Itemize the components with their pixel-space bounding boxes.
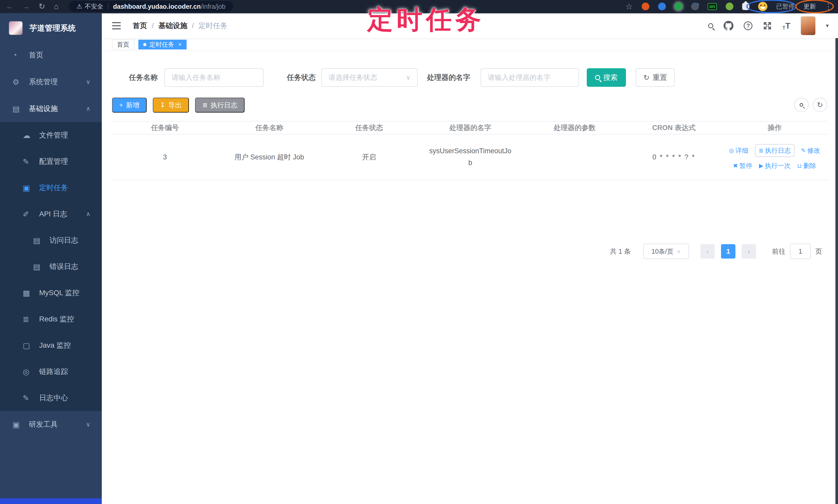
not-secure-label: 不安全: [85, 2, 103, 11]
close-icon[interactable]: ×: [178, 41, 182, 48]
toggle-search-button[interactable]: [794, 97, 809, 112]
app-logo[interactable]: 芋道管理系统: [0, 13, 102, 42]
sidebar-item-label: 首页: [29, 50, 43, 60]
sidebar-item-api-logs[interactable]: ✐ API 日志 ∧: [0, 201, 102, 227]
breadcrumb-section[interactable]: 基础设施: [158, 21, 187, 31]
help-icon[interactable]: ?: [744, 21, 752, 30]
gear-icon: ⚙: [12, 77, 24, 87]
edit-link[interactable]: ✎ 修改: [801, 146, 820, 155]
job-name-label: 任务名称: [129, 73, 158, 83]
page-content: 任务名称 任务状态 请选择任务状态 ∨ 处理器的名字 搜索: [102, 51, 838, 504]
active-tab-dot: [143, 43, 146, 46]
row-exec-log-link[interactable]: ≣ 执行日志: [755, 144, 794, 157]
cell-job-status: 开启: [321, 134, 417, 180]
search-button[interactable]: 搜索: [587, 68, 626, 87]
sidebar-item-label: 基础设施: [29, 104, 58, 113]
extension-orange-icon[interactable]: [642, 3, 649, 10]
pause-link-label: 暂停: [739, 161, 752, 170]
current-page-button[interactable]: 1: [721, 244, 735, 258]
sidebar-item-file-management[interactable]: ☁ 文件管理: [0, 122, 102, 148]
page-scrollbar[interactable]: [835, 13, 838, 504]
user-caret-down-icon[interactable]: ▾: [826, 22, 829, 29]
tab-label: 定时任务: [150, 40, 174, 49]
sidebar-item-label: Redis 监控: [39, 314, 74, 324]
extension-green-check-icon[interactable]: [675, 3, 682, 10]
export-button[interactable]: ↧ 导出: [153, 97, 189, 112]
page-size-value: 10条/页: [651, 247, 673, 256]
browser-menu-kebab-icon[interactable]: ⋮: [825, 3, 832, 10]
sidebar-item-system-management[interactable]: ⚙ 系统管理 ∨: [0, 69, 102, 95]
tab-home[interactable]: 首页: [112, 40, 134, 50]
extension-grid-icon[interactable]: [691, 3, 699, 10]
run-once-link[interactable]: ▶ 执行一次: [759, 161, 790, 170]
edit-icon: ✎: [23, 394, 35, 402]
job-name-input[interactable]: [164, 68, 264, 87]
reset-button[interactable]: ↻ 重置: [636, 68, 675, 87]
delete-link[interactable]: ⊔ 删除: [797, 161, 816, 170]
export-button-label: 导出: [168, 101, 182, 110]
sidebar-item-home[interactable]: ◔ 首页: [0, 42, 102, 69]
exec-log-button[interactable]: ≣ 执行日志: [195, 97, 245, 112]
sidebar-item-mysql-monitor[interactable]: ▦ MySQL 监控: [0, 280, 102, 306]
prev-page-button[interactable]: ‹: [700, 244, 715, 258]
handler-name-input[interactable]: [481, 68, 579, 87]
extension-leaf-icon[interactable]: [726, 3, 733, 10]
sidebar-item-scheduled-jobs[interactable]: ▣ 定时任务: [0, 175, 102, 201]
browser-back-icon[interactable]: ←: [6, 3, 13, 10]
breadcrumb-home[interactable]: 首页: [133, 21, 147, 31]
extension-blue-icon[interactable]: [658, 3, 666, 10]
browser-home-icon[interactable]: ⌂: [54, 3, 58, 10]
browser-update-button[interactable]: 更新: [803, 2, 816, 11]
font-size-icon[interactable]: TT: [782, 21, 790, 31]
search-icon: [800, 103, 803, 107]
goto-page-input[interactable]: [790, 244, 811, 259]
browser-reload-icon[interactable]: ↻: [39, 3, 45, 10]
tab-scheduled-jobs[interactable]: 定时任务 ×: [138, 40, 187, 50]
document-icon: ▤: [33, 262, 45, 271]
sidebar-item-access-logs[interactable]: ▤ 访问日志: [0, 227, 102, 253]
col-header-status: 任务状态: [321, 122, 417, 134]
hamburger-icon[interactable]: [112, 22, 121, 29]
bookmark-star-icon[interactable]: ☆: [625, 2, 633, 11]
breadcrumb: 首页 / 基础设施 / 定时任务: [133, 21, 228, 31]
sidebar-item-trace[interactable]: ◎ 链路追踪: [0, 359, 102, 385]
row-actions: ◎ 详细 ≣ 执行日志 ✎ 修改: [729, 144, 820, 170]
sidebar-item-dev-tools[interactable]: ▣ 研发工具 ∨: [0, 411, 102, 438]
avatar[interactable]: [801, 16, 816, 35]
not-secure-warning[interactable]: ⚠ 不安全: [76, 2, 103, 11]
job-name-field[interactable]: [172, 74, 257, 82]
next-page-button[interactable]: ›: [741, 244, 756, 258]
sidebar-item-infrastructure[interactable]: ▤ 基础设施 ∧: [0, 95, 102, 122]
fullscreen-icon[interactable]: [763, 21, 772, 30]
handler-name-label: 处理器的名字: [427, 73, 470, 83]
extensions-puzzle-icon[interactable]: [742, 3, 749, 10]
task-icon: ▣: [23, 183, 35, 192]
page-size-select[interactable]: 10条/页 ∨: [643, 244, 689, 259]
sidebar-item-error-logs[interactable]: ▤ 错误日志: [0, 253, 102, 280]
pause-link[interactable]: ✖ 暂停: [733, 161, 752, 170]
add-button[interactable]: + 新增: [112, 97, 146, 112]
jobs-table: 任务编号 任务名称 任务状态 处理器的名字 处理器的参数 CRON 表达式 操作…: [112, 121, 828, 180]
github-icon[interactable]: [723, 21, 733, 31]
monitor-icon: ▢: [23, 341, 35, 350]
handler-name-field[interactable]: [488, 74, 572, 82]
sidebar-item-java-monitor[interactable]: ▢ Java 监控: [0, 332, 102, 359]
search-icon[interactable]: [708, 23, 713, 28]
address-bar[interactable]: ⚠ 不安全 dashboard.yudao.iocoder.cn/infra/j…: [69, 1, 233, 12]
sidebar-item-log-center[interactable]: ✎ 日志中心: [0, 385, 102, 411]
browser-forward-icon[interactable]: →: [22, 3, 30, 10]
breadcrumb-current: 定时任务: [199, 21, 228, 31]
refresh-table-button[interactable]: ↻: [813, 97, 827, 112]
job-status-select[interactable]: 请选择任务状态 ∨: [321, 68, 418, 87]
col-header-cron: CRON 表达式: [626, 122, 721, 134]
sidebar-item-config-management[interactable]: ✎ 配置管理: [0, 148, 102, 175]
play-icon: ▶: [759, 162, 763, 169]
sidebar-item-label: Java 监控: [39, 340, 71, 350]
search-form: 任务名称 任务状态 请选择任务状态 ∨ 处理器的名字 搜索: [129, 68, 675, 87]
extension-on-badge-icon[interactable]: on: [708, 3, 717, 10]
cell-job-param: [523, 134, 626, 180]
trash-icon: ⊔: [797, 162, 802, 169]
tampermonkey-emoji-icon[interactable]: [758, 2, 767, 11]
detail-link[interactable]: ◎ 详细: [729, 146, 748, 155]
sidebar-item-redis-monitor[interactable]: ≣ Redis 监控: [0, 306, 102, 332]
